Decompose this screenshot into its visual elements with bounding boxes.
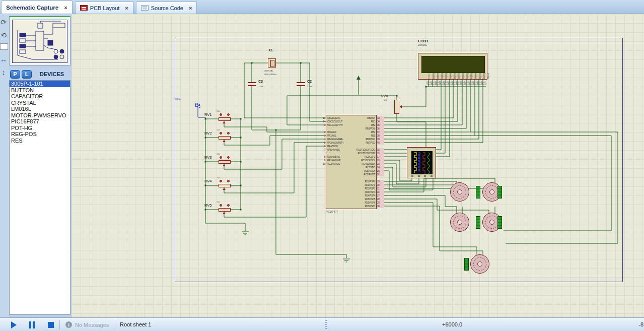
- pot-terminal-dot: [220, 156, 222, 159]
- contrast-pot-rv6[interactable]: RV6 10k: [380, 92, 411, 125]
- device-list-item[interactable]: REG-POS: [10, 131, 70, 138]
- pot-ref: RV1: [204, 112, 211, 117]
- mcu-pin: 1MCLR/Vpp/THV: [327, 123, 344, 127]
- tab-label: Schematic Capture: [6, 5, 58, 11]
- cap-plate: [248, 82, 256, 83]
- device-list-item[interactable]: 3005P-1-101: [10, 81, 70, 87]
- pan-vertical-icon[interactable]: ↕: [0, 69, 9, 77]
- close-icon[interactable]: ×: [189, 5, 192, 11]
- servo-motor[interactable]: [470, 254, 489, 274]
- cap-value: 22pF: [258, 85, 263, 88]
- terminal-label: RV(1): [175, 98, 181, 100]
- mcu-pin: 5RA3/AN3/VREF+: [327, 141, 344, 145]
- mcu-pin: RC2/CCP117: [356, 155, 375, 159]
- library-button[interactable]: L: [22, 70, 32, 79]
- pot-value: 10k: [384, 99, 387, 101]
- capacitor-c2[interactable]: C2 22pF: [293, 80, 318, 94]
- pot-wiper-arrow: [223, 188, 226, 190]
- mcu-pin: 13OSC1/CLKIN: [327, 116, 344, 120]
- cap-ref: C2: [307, 80, 312, 83]
- pot-value: 10k: [217, 110, 220, 112]
- servo-motor[interactable]: [450, 182, 469, 202]
- mcu-pin: RB538: [356, 134, 375, 138]
- mcu-pin: RC6/TX/CK25: [356, 169, 375, 173]
- device-list-item[interactable]: PIC16F877: [10, 118, 70, 125]
- device-list-item[interactable]: POT-HG: [10, 125, 70, 131]
- mcu-pin: 3RA1/AN1: [327, 134, 344, 138]
- cursor-coordinate-right: -8: [638, 321, 643, 327]
- schematic-overview-preview[interactable]: [9, 16, 70, 65]
- cursor-coordinate: +6000.0: [442, 321, 462, 327]
- device-list-item[interactable]: RES: [10, 138, 70, 144]
- mcu-pin: 4RA2/AN2/VREF-: [327, 138, 344, 141]
- tab-label: Source Code: [151, 5, 183, 11]
- device-list-item[interactable]: MOTOR-PWMSERVO: [10, 112, 70, 119]
- waveform-buttons: [411, 175, 433, 177]
- pot-value: 10k: [217, 201, 220, 203]
- rotate-cw-icon[interactable]: ⟳: [0, 18, 9, 26]
- pot-value: 10k: [217, 176, 220, 179]
- pot-wiper-arrow: [223, 164, 226, 166]
- device-list: 3005P-1-101 BUTTON CAPACITOR CRYSTAL LM0…: [9, 80, 70, 315]
- close-icon[interactable]: ×: [64, 5, 67, 11]
- mcu-pin: RD6/PSP629: [356, 201, 375, 205]
- preview-mini-schematic: [13, 20, 67, 62]
- pot-wiper-arrow: [223, 212, 226, 214]
- play-button[interactable]: [7, 320, 20, 329]
- tab-source-code[interactable]: Source Code ×: [136, 2, 197, 14]
- potentiometer[interactable]: RV2 10k: [201, 128, 244, 146]
- proteus-window: Schematic Capture × PCB Layout × Source …: [0, 0, 644, 331]
- status-bar: i No Messages Root sheet 1 +6000.0 -8: [0, 317, 644, 331]
- pot-terminal-dot: [227, 156, 230, 159]
- pot-body: [219, 184, 231, 187]
- mcu-pin: 6RA4/T0CKI: [327, 145, 344, 148]
- pot-terminal-dot: [220, 180, 222, 182]
- pick-devices-button[interactable]: P: [10, 70, 20, 79]
- cap-plate: [297, 82, 305, 83]
- mcu-part-label: PIC16F877: [326, 211, 338, 213]
- potentiometer[interactable]: RV4 10k: [201, 176, 244, 193]
- panel-grip[interactable]: [325, 320, 327, 329]
- waveform-display[interactable]: [407, 147, 436, 178]
- capacitor-c3[interactable]: C3 22pF: [244, 80, 269, 94]
- mcu-pin: RD7/PSP730: [356, 205, 375, 208]
- mcu-pin: RB6/PGC39: [356, 138, 375, 141]
- lcd-display[interactable]: LCD1 LM016L [object Object][object Objec…: [418, 39, 488, 85]
- lcd-part: LM016L: [418, 43, 488, 46]
- mcu-pin: RB3/PGM36: [356, 127, 375, 130]
- servo-motor[interactable]: [450, 213, 469, 232]
- pot-terminal-dot: [220, 113, 222, 116]
- rotate-ccw-icon[interactable]: ⟲: [0, 31, 9, 39]
- mcu-pin: RD2/PSP221: [356, 187, 375, 190]
- servo-horn-bar: [464, 258, 469, 271]
- device-list-item[interactable]: BUTTON: [10, 87, 70, 94]
- close-icon[interactable]: ×: [125, 5, 128, 11]
- mcu-pin: RD4/PSP427: [356, 194, 375, 197]
- tab-pcb-layout[interactable]: PCB Layout ×: [75, 2, 133, 14]
- mcu-pin: RB437: [356, 130, 375, 134]
- pause-button[interactable]: [25, 320, 38, 329]
- device-list-item[interactable]: LM016L: [10, 106, 70, 112]
- crystal-x1[interactable]: X1 CRYSTAL FREQ=4MHz: [264, 48, 295, 78]
- potentiometer[interactable]: RV3 10k: [201, 153, 244, 170]
- stop-button[interactable]: [44, 320, 57, 329]
- pot-terminal-dot: [220, 204, 222, 207]
- device-list-item[interactable]: CRYSTAL: [10, 100, 70, 106]
- pot-value: 10k: [217, 128, 220, 131]
- pan-horizontal-icon[interactable]: ↔: [0, 55, 9, 63]
- pot-ref: RV6: [381, 94, 388, 98]
- potentiometer[interactable]: RV5 10k: [201, 201, 244, 218]
- label-tool-icon[interactable]: [0, 43, 8, 50]
- mcu-pin: 14OSC2/CLKOUT: [327, 120, 344, 123]
- divider: [59, 320, 60, 329]
- pot-terminal-dot: [227, 132, 230, 135]
- pot-ref: RV3: [204, 155, 211, 160]
- mcu-pic16f877[interactable]: 13OSC1/CLKIN14OSC2/CLKOUT1MCLR/Vpp/THV 2…: [326, 115, 377, 209]
- tab-schematic-capture[interactable]: Schematic Capture ×: [1, 1, 73, 14]
- mcu-pin: 8RE0/AN5/RD: [327, 155, 344, 159]
- mcu-left-pins: 13OSC1/CLKIN14OSC2/CLKOUT1MCLR/Vpp/THV 2…: [327, 116, 344, 169]
- potentiometer[interactable]: RV1 10k: [201, 110, 244, 127]
- device-list-item[interactable]: CAPACITOR: [10, 93, 70, 100]
- pot-ref: RV5: [204, 203, 211, 208]
- schematic-canvas[interactable]: RV(1) 13OSC1/CLKIN14OSC2/CLKOUT1MCLR/Vpp…: [71, 14, 644, 317]
